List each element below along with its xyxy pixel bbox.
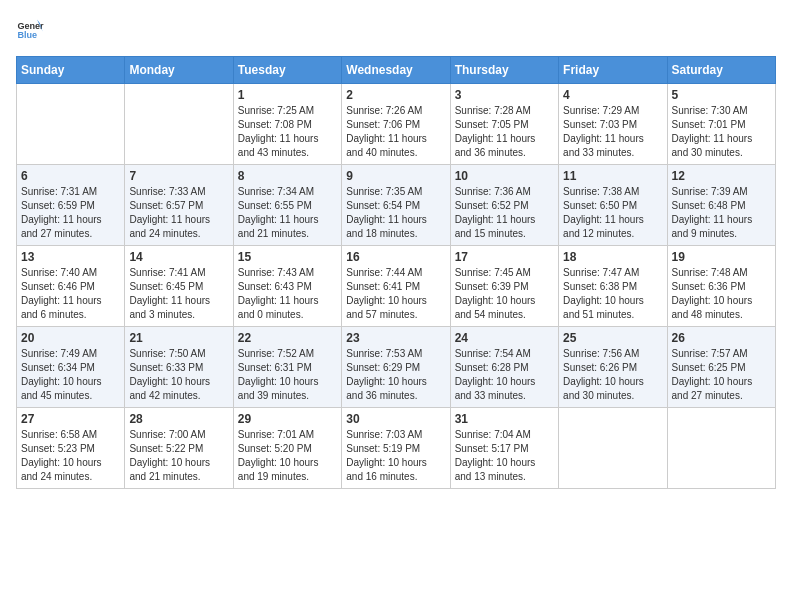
day-info: Sunrise: 7:28 AM Sunset: 7:05 PM Dayligh… [455,104,554,160]
calendar-cell [559,408,667,489]
calendar-cell: 4Sunrise: 7:29 AM Sunset: 7:03 PM Daylig… [559,84,667,165]
day-info: Sunrise: 7:43 AM Sunset: 6:43 PM Dayligh… [238,266,337,322]
week-row-3: 13Sunrise: 7:40 AM Sunset: 6:46 PM Dayli… [17,246,776,327]
day-info: Sunrise: 7:48 AM Sunset: 6:36 PM Dayligh… [672,266,771,322]
day-number: 8 [238,169,337,183]
calendar-cell: 17Sunrise: 7:45 AM Sunset: 6:39 PM Dayli… [450,246,558,327]
calendar-cell: 27Sunrise: 6:58 AM Sunset: 5:23 PM Dayli… [17,408,125,489]
calendar-cell: 30Sunrise: 7:03 AM Sunset: 5:19 PM Dayli… [342,408,450,489]
day-number: 20 [21,331,120,345]
day-number: 23 [346,331,445,345]
day-info: Sunrise: 7:25 AM Sunset: 7:08 PM Dayligh… [238,104,337,160]
day-info: Sunrise: 7:36 AM Sunset: 6:52 PM Dayligh… [455,185,554,241]
day-number: 2 [346,88,445,102]
column-header-friday: Friday [559,57,667,84]
calendar-cell: 15Sunrise: 7:43 AM Sunset: 6:43 PM Dayli… [233,246,341,327]
day-info: Sunrise: 7:47 AM Sunset: 6:38 PM Dayligh… [563,266,662,322]
calendar-cell: 26Sunrise: 7:57 AM Sunset: 6:25 PM Dayli… [667,327,775,408]
day-info: Sunrise: 7:56 AM Sunset: 6:26 PM Dayligh… [563,347,662,403]
day-number: 24 [455,331,554,345]
day-info: Sunrise: 7:39 AM Sunset: 6:48 PM Dayligh… [672,185,771,241]
day-info: Sunrise: 7:38 AM Sunset: 6:50 PM Dayligh… [563,185,662,241]
day-info: Sunrise: 7:03 AM Sunset: 5:19 PM Dayligh… [346,428,445,484]
day-number: 30 [346,412,445,426]
column-header-thursday: Thursday [450,57,558,84]
day-info: Sunrise: 7:53 AM Sunset: 6:29 PM Dayligh… [346,347,445,403]
calendar-cell [125,84,233,165]
header-row: SundayMondayTuesdayWednesdayThursdayFrid… [17,57,776,84]
calendar-cell: 29Sunrise: 7:01 AM Sunset: 5:20 PM Dayli… [233,408,341,489]
week-row-4: 20Sunrise: 7:49 AM Sunset: 6:34 PM Dayli… [17,327,776,408]
calendar-cell [17,84,125,165]
day-number: 10 [455,169,554,183]
calendar-cell: 25Sunrise: 7:56 AM Sunset: 6:26 PM Dayli… [559,327,667,408]
day-number: 9 [346,169,445,183]
calendar-cell: 18Sunrise: 7:47 AM Sunset: 6:38 PM Dayli… [559,246,667,327]
column-header-sunday: Sunday [17,57,125,84]
day-info: Sunrise: 7:50 AM Sunset: 6:33 PM Dayligh… [129,347,228,403]
calendar-cell: 6Sunrise: 7:31 AM Sunset: 6:59 PM Daylig… [17,165,125,246]
day-number: 17 [455,250,554,264]
calendar-cell: 10Sunrise: 7:36 AM Sunset: 6:52 PM Dayli… [450,165,558,246]
day-number: 31 [455,412,554,426]
calendar-cell: 12Sunrise: 7:39 AM Sunset: 6:48 PM Dayli… [667,165,775,246]
calendar-cell [667,408,775,489]
day-info: Sunrise: 7:45 AM Sunset: 6:39 PM Dayligh… [455,266,554,322]
day-info: Sunrise: 7:44 AM Sunset: 6:41 PM Dayligh… [346,266,445,322]
calendar-cell: 14Sunrise: 7:41 AM Sunset: 6:45 PM Dayli… [125,246,233,327]
day-number: 16 [346,250,445,264]
column-header-wednesday: Wednesday [342,57,450,84]
calendar-cell: 11Sunrise: 7:38 AM Sunset: 6:50 PM Dayli… [559,165,667,246]
day-info: Sunrise: 7:57 AM Sunset: 6:25 PM Dayligh… [672,347,771,403]
calendar-cell: 24Sunrise: 7:54 AM Sunset: 6:28 PM Dayli… [450,327,558,408]
week-row-5: 27Sunrise: 6:58 AM Sunset: 5:23 PM Dayli… [17,408,776,489]
calendar-cell: 9Sunrise: 7:35 AM Sunset: 6:54 PM Daylig… [342,165,450,246]
calendar-cell: 1Sunrise: 7:25 AM Sunset: 7:08 PM Daylig… [233,84,341,165]
day-number: 3 [455,88,554,102]
day-number: 12 [672,169,771,183]
column-header-monday: Monday [125,57,233,84]
day-number: 14 [129,250,228,264]
day-info: Sunrise: 7:41 AM Sunset: 6:45 PM Dayligh… [129,266,228,322]
week-row-2: 6Sunrise: 7:31 AM Sunset: 6:59 PM Daylig… [17,165,776,246]
calendar-cell: 31Sunrise: 7:04 AM Sunset: 5:17 PM Dayli… [450,408,558,489]
day-info: Sunrise: 7:04 AM Sunset: 5:17 PM Dayligh… [455,428,554,484]
day-number: 6 [21,169,120,183]
day-info: Sunrise: 7:31 AM Sunset: 6:59 PM Dayligh… [21,185,120,241]
calendar-cell: 3Sunrise: 7:28 AM Sunset: 7:05 PM Daylig… [450,84,558,165]
calendar-cell: 28Sunrise: 7:00 AM Sunset: 5:22 PM Dayli… [125,408,233,489]
day-info: Sunrise: 7:49 AM Sunset: 6:34 PM Dayligh… [21,347,120,403]
column-header-tuesday: Tuesday [233,57,341,84]
calendar-cell: 7Sunrise: 7:33 AM Sunset: 6:57 PM Daylig… [125,165,233,246]
day-info: Sunrise: 7:01 AM Sunset: 5:20 PM Dayligh… [238,428,337,484]
day-number: 28 [129,412,228,426]
day-number: 26 [672,331,771,345]
day-number: 1 [238,88,337,102]
day-number: 22 [238,331,337,345]
day-number: 11 [563,169,662,183]
day-number: 19 [672,250,771,264]
day-number: 13 [21,250,120,264]
calendar-cell: 8Sunrise: 7:34 AM Sunset: 6:55 PM Daylig… [233,165,341,246]
calendar-cell: 22Sunrise: 7:52 AM Sunset: 6:31 PM Dayli… [233,327,341,408]
day-number: 29 [238,412,337,426]
calendar-cell: 5Sunrise: 7:30 AM Sunset: 7:01 PM Daylig… [667,84,775,165]
day-number: 25 [563,331,662,345]
day-number: 7 [129,169,228,183]
day-info: Sunrise: 7:29 AM Sunset: 7:03 PM Dayligh… [563,104,662,160]
column-header-saturday: Saturday [667,57,775,84]
day-info: Sunrise: 7:52 AM Sunset: 6:31 PM Dayligh… [238,347,337,403]
logo: General Blue [16,16,44,44]
calendar-cell: 16Sunrise: 7:44 AM Sunset: 6:41 PM Dayli… [342,246,450,327]
calendar-cell: 23Sunrise: 7:53 AM Sunset: 6:29 PM Dayli… [342,327,450,408]
day-info: Sunrise: 7:00 AM Sunset: 5:22 PM Dayligh… [129,428,228,484]
day-number: 18 [563,250,662,264]
day-info: Sunrise: 7:40 AM Sunset: 6:46 PM Dayligh… [21,266,120,322]
day-info: Sunrise: 7:34 AM Sunset: 6:55 PM Dayligh… [238,185,337,241]
calendar-cell: 13Sunrise: 7:40 AM Sunset: 6:46 PM Dayli… [17,246,125,327]
calendar-cell: 19Sunrise: 7:48 AM Sunset: 6:36 PM Dayli… [667,246,775,327]
day-number: 4 [563,88,662,102]
calendar-cell: 20Sunrise: 7:49 AM Sunset: 6:34 PM Dayli… [17,327,125,408]
day-info: Sunrise: 7:35 AM Sunset: 6:54 PM Dayligh… [346,185,445,241]
calendar-table: SundayMondayTuesdayWednesdayThursdayFrid… [16,56,776,489]
